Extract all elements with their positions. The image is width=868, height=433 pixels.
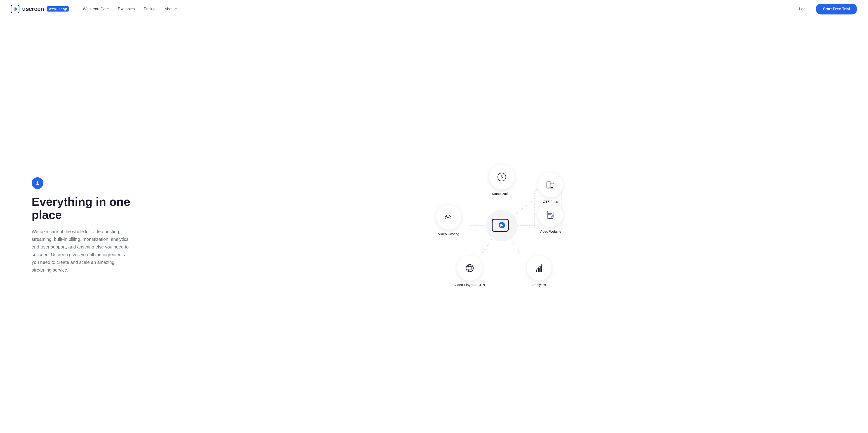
nav-links: What You Get ▾ Examples Pricing About ▾ — [83, 7, 799, 11]
left-content: 1 Everything in one place We take care o… — [32, 177, 140, 274]
svg-line-7 — [479, 239, 492, 257]
hero-section: 1 Everything in one place We take care o… — [0, 18, 868, 433]
svg-rect-31 — [540, 266, 542, 272]
main-description: We take care of the whole lot: video hos… — [32, 228, 131, 274]
video-website-circle — [538, 202, 563, 227]
monetization-circle: $ — [489, 165, 514, 189]
login-link[interactable]: Login — [799, 7, 809, 11]
logo-icon[interactable] — [11, 5, 20, 13]
video-website-label: Video Website — [539, 229, 561, 233]
svg-line-8 — [511, 239, 522, 257]
hiring-badge[interactable]: We're Hiring! — [46, 6, 69, 11]
svg-text:$: $ — [501, 175, 503, 179]
diagram-area: $ Monetization OTT Apps — [154, 158, 850, 293]
ott-circle — [538, 173, 563, 197]
center-uscreen-logo — [486, 210, 518, 242]
logo-area: uscreen We're Hiring! — [11, 5, 69, 13]
video-hosting-label: Video Hosting — [438, 232, 459, 236]
analytics-circle — [527, 256, 552, 281]
nav-about[interactable]: About ▾ — [164, 7, 177, 11]
nav-examples[interactable]: Examples — [118, 7, 135, 11]
node-ott-apps: OTT Apps — [538, 173, 563, 204]
start-free-trial-button[interactable]: Start Free Trial — [816, 4, 857, 14]
node-video-player-cdn: Video Player & CDN — [454, 256, 485, 287]
node-monetization: $ Monetization — [489, 165, 514, 195]
node-video-website: Video Website — [538, 202, 563, 233]
diagram-container: $ Monetization OTT Apps — [432, 160, 572, 291]
video-player-cdn-label: Video Player & CDN — [454, 283, 485, 287]
analytics-label: Analytics — [532, 283, 546, 287]
svg-rect-30 — [538, 268, 539, 272]
node-analytics: Analytics — [527, 256, 552, 287]
navigation: uscreen We're Hiring! What You Get ▾ Exa… — [0, 0, 868, 18]
svg-line-23 — [551, 216, 552, 217]
step-badge: 1 — [32, 177, 43, 189]
chevron-down-icon: ▾ — [176, 7, 177, 10]
video-player-cdn-circle — [457, 256, 482, 281]
monetization-label: Monetization — [492, 192, 511, 195]
logo-text: uscreen — [22, 5, 44, 12]
nav-pricing[interactable]: Pricing — [144, 7, 156, 11]
node-video-hosting: Video Hosting — [436, 205, 461, 236]
nav-right: Login Start Free Trial — [799, 4, 857, 14]
main-heading: Everything in one place — [32, 195, 140, 221]
nav-what-you-get[interactable]: What You Get ▾ — [83, 7, 109, 11]
chevron-down-icon: ▾ — [107, 7, 109, 10]
svg-rect-29 — [536, 270, 537, 272]
video-hosting-circle — [436, 205, 461, 230]
